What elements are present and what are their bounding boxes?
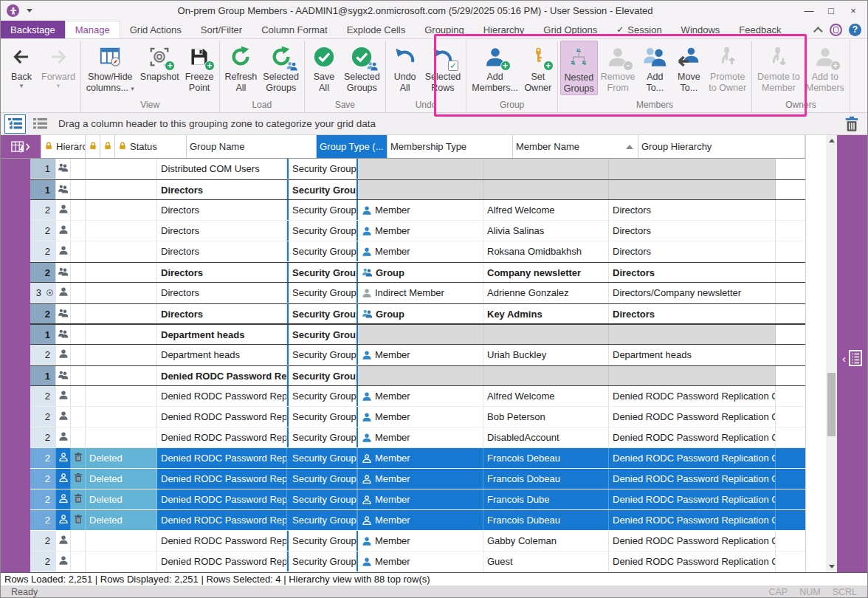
table-row[interactable]: 2Department headsSecurity GroupMemberUri…	[1, 345, 805, 365]
column-header-group-type[interactable]: Group Type (...	[317, 135, 388, 158]
table-row[interactable]: 2DirectorsSecurity GroupMemberRoksana Om…	[1, 241, 805, 262]
close-button[interactable]: ×	[842, 3, 864, 19]
grid-corner-button[interactable]	[1, 135, 41, 158]
membership-member-icon	[362, 495, 372, 505]
table-row[interactable]: 2DirectorsSecurity GroupMemberAlfred Wel…	[1, 200, 805, 221]
deletion-flag-cell	[71, 366, 86, 385]
member-name-cell: Gabby Coleman	[483, 531, 609, 551]
set-owner-button[interactable]: +Set Owner	[521, 41, 555, 94]
tab-backstage[interactable]: Backstage	[1, 21, 65, 38]
deletion-flag-cell	[71, 200, 86, 220]
selected-rows-button[interactable]: ✓Selected Rows	[422, 41, 464, 94]
table-row[interactable]: 3DirectorsSecurity GroupIndirect MemberA…	[1, 283, 805, 303]
column-header-membership-type[interactable]: Membership Type	[388, 135, 513, 158]
help-icon[interactable]: ?	[849, 24, 861, 36]
status-cell: Deleted	[86, 448, 157, 468]
table-row[interactable]: +2DirectorsSecurity GroupGroupKey Admins…	[1, 303, 805, 324]
tab-sort-filter[interactable]: Sort/Filter	[191, 21, 252, 38]
column-header-member-name[interactable]: Member Name	[513, 135, 638, 158]
snapshot-button[interactable]: +Snapshot	[137, 41, 182, 83]
group-type-cell: Security Group	[287, 283, 358, 303]
maximize-button[interactable]: □	[820, 3, 842, 19]
scroll-down-arrow[interactable]	[826, 561, 837, 572]
column-header-group-name[interactable]: Group Name	[187, 135, 317, 158]
minimize-button[interactable]: —	[798, 3, 820, 19]
app-icon[interactable]	[7, 4, 19, 17]
table-row[interactable]: 2Denied RODC Password Replication GroupS…	[1, 551, 805, 572]
save-all-button[interactable]: Save All	[307, 41, 341, 94]
membership-type-label: Member	[375, 349, 410, 360]
quick-access-dropdown[interactable]	[27, 9, 32, 13]
table-row[interactable]: 2Denied RODC Password Replication GroupS…	[1, 386, 805, 407]
table-row[interactable]: 2Denied RODC Password Replication GroupS…	[1, 407, 805, 427]
table-row[interactable]: 2DeletedDenied RODC Password Replication…	[1, 469, 805, 489]
column-header-lock-2[interactable]	[100, 135, 115, 158]
tab-grid-options[interactable]: Grid Options	[534, 21, 607, 38]
column-header-group-hierarchy[interactable]: Group Hierarchy	[638, 135, 805, 158]
membership-type-label: Member	[375, 246, 410, 257]
delete-rows-icon[interactable]	[843, 115, 861, 133]
tab-session[interactable]: ✓Session	[607, 21, 671, 38]
membership-type-label: Member	[375, 432, 410, 443]
add-members-button[interactable]: +Add Members...	[469, 41, 521, 94]
table-row[interactable]: 2DeletedDenied RODC Password Replication…	[1, 489, 805, 510]
table-row[interactable]: 2DirectorsSecurity GroupMemberAlivia Sal…	[1, 221, 805, 241]
undo-all-button[interactable]: Undo All	[388, 41, 422, 94]
tab-feedback[interactable]: Feedback	[729, 21, 790, 38]
selected-groups-button[interactable]: Selected Groups	[260, 41, 302, 94]
vertical-scrollbar[interactable]	[826, 135, 837, 572]
table-row[interactable]: −2DirectorsSecurity GroupGroupCompany ne…	[1, 262, 805, 283]
table-row[interactable]: 2DeletedDenied RODC Password Replication…	[1, 510, 805, 531]
group-hierarchy-cell: Denied RODC Password Replication Group	[609, 469, 776, 489]
tab-hierarchy[interactable]: Hierarchy	[474, 21, 534, 38]
expand-side-panel-button[interactable]: ‹	[842, 144, 864, 572]
scroll-up-arrow[interactable]	[826, 135, 837, 146]
column-header-lock-1[interactable]	[86, 135, 100, 158]
tab-column-format[interactable]: Column Format	[252, 21, 337, 38]
table-row[interactable]: 2Denied RODC Password Replication GroupS…	[1, 531, 805, 551]
selected-groups-button[interactable]: Selected Groups	[341, 41, 383, 94]
group-hierarchy-cell: Denied RODC Password Replication Group	[609, 510, 776, 530]
show-hide-columns-button[interactable]: Show/Hide columns... ▾	[83, 41, 137, 94]
num-lock-indicator: NUM	[799, 587, 820, 597]
nested-groups-button[interactable]: Nested Groups	[560, 41, 598, 95]
app-window: On-prem Group Members - AADMIN1@sygx2.on…	[0, 0, 868, 598]
tab-label: Grouping	[424, 24, 464, 35]
membership-member-icon	[362, 247, 372, 257]
freeze-point-button[interactable]: +Freeze Point	[182, 41, 217, 94]
table-row[interactable]: −1Denied RODC Password Replication Group…	[1, 365, 805, 386]
group-icon	[58, 184, 69, 196]
column-header-status[interactable]: Status	[115, 135, 187, 158]
table-row[interactable]: −1DirectorsSecurity Group	[1, 179, 805, 200]
scrollbar-thumb[interactable]	[827, 373, 836, 436]
group-name-cell: Denied RODC Password Replication Group	[157, 510, 287, 530]
add-to-button[interactable]: Add To...	[638, 41, 672, 94]
membership-indirect-icon	[362, 288, 372, 298]
tab-grouping[interactable]: Grouping	[415, 21, 473, 38]
undo-all-icon	[391, 43, 419, 71]
tab-windows[interactable]: Windows	[672, 21, 730, 38]
group-name-cell: Directors	[157, 241, 287, 261]
title-bar: On-prem Group Members - AADMIN1@sygx2.on…	[1, 1, 867, 21]
tab-grid-actions[interactable]: Grid Actions	[120, 21, 191, 38]
hierarchy-view-toggle[interactable]	[4, 114, 26, 134]
member-name-cell	[483, 366, 609, 385]
table-row[interactable]: 2Denied RODC Password Replication GroupS…	[1, 427, 805, 448]
group-name-cell: Directors	[157, 263, 287, 282]
tab-manage[interactable]: Manage	[65, 21, 120, 38]
ribbon: Back▾Forward▾Show/Hide columns... ▾+Snap…	[1, 39, 867, 113]
status-cell: Deleted	[86, 489, 157, 509]
move-to-button[interactable]: Move To...	[672, 41, 706, 94]
deletion-flag-cell	[71, 489, 86, 509]
save-all-icon	[310, 43, 338, 71]
tab-explode-cells[interactable]: Explode Cells	[337, 21, 416, 38]
back-button[interactable]: Back▾	[4, 41, 38, 89]
table-row[interactable]: −1Department headsSecurity Group	[1, 324, 805, 345]
table-row[interactable]: 1Distributed COM UsersSecurity Group	[1, 159, 805, 179]
touch-mode-icon[interactable]	[830, 24, 842, 36]
collapse-ribbon-icon[interactable]	[813, 27, 823, 36]
flat-view-toggle[interactable]	[30, 114, 51, 134]
table-row[interactable]: 2DeletedDenied RODC Password Replication…	[1, 448, 805, 469]
column-header-hierarc[interactable]: Hierarc...	[41, 135, 86, 158]
refresh-all-button[interactable]: Refresh All	[222, 41, 261, 94]
